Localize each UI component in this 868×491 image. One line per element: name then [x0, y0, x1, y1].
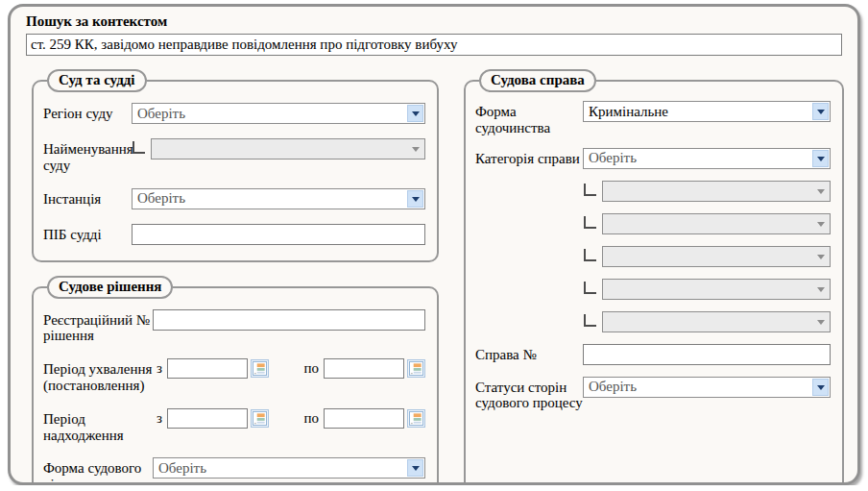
reg-number-label: Реєстраційний № рішення: [43, 309, 153, 345]
child-level-icon: [584, 216, 596, 229]
case-fieldset-legend: Судова справа: [479, 69, 596, 92]
calendar-glyph: [253, 411, 267, 426]
case-category-select-value: Оберіть: [584, 150, 811, 166]
chevron-down-icon: [407, 105, 423, 122]
case-subcategory-row-4: [475, 279, 831, 300]
receipt-to-prefix: по: [300, 410, 321, 427]
right-column: Судова справа Форма судочинства Кримінал…: [464, 63, 844, 485]
case-subcategory-select-2: [602, 213, 831, 234]
instance-label: Інстанція: [43, 188, 132, 208]
party-statuses-select[interactable]: Оберіть: [583, 377, 831, 398]
calendar-icon[interactable]: [251, 359, 269, 378]
judge-row: ПІБ судді: [43, 224, 425, 245]
calendar-icon[interactable]: [407, 409, 425, 428]
proceeding-form-select[interactable]: Кримінальне: [583, 101, 831, 122]
reg-number-input[interactable]: [153, 309, 425, 331]
party-statuses-select-value: Оберіть: [584, 379, 811, 395]
decision-fieldset-legend: Судове рішення: [47, 276, 173, 299]
left-column: Суд та судді Регіон суду Оберіть Наймену…: [32, 63, 439, 485]
case-category-row: Категорія справи Оберіть: [475, 148, 831, 169]
party-statuses-row: Статуси сторін судового процесу Оберіть: [475, 377, 831, 412]
chevron-down-icon: [407, 140, 423, 158]
receipt-period-row: Період надходження з по: [43, 408, 425, 444]
receipt-period-label: Період надходження: [43, 408, 153, 444]
chevron-down-icon: [812, 150, 829, 167]
case-subcategory-select-1: [602, 181, 831, 202]
region-label: Регіон суду: [43, 103, 132, 122]
instance-select[interactable]: Оберіть: [132, 188, 425, 209]
child-level-icon: [584, 249, 596, 261]
case-subcategory-row-1: [475, 181, 831, 202]
chevron-down-icon: [812, 248, 829, 265]
chevron-down-icon: [407, 459, 423, 477]
decision-form-row: Форма судового рішення Оберіть: [43, 457, 425, 485]
child-level-icon: [133, 141, 145, 154]
case-number-label: Справа №: [475, 344, 583, 363]
court-and-judges-fieldset: Суд та судді Регіон суду Оберіть Наймену…: [32, 69, 439, 262]
search-form-window: Пошук за контекстом Суд та судді Регіон …: [8, 4, 860, 485]
court-name-select: [151, 138, 425, 160]
adoption-from-input[interactable]: [167, 358, 248, 379]
instance-select-value: Оберіть: [133, 190, 406, 207]
form-body: Суд та судді Регіон суду Оберіть Наймену…: [11, 58, 857, 485]
instance-row: Інстанція Оберіть: [43, 188, 425, 209]
child-level-icon: [584, 184, 596, 196]
adoption-from-prefix: з: [153, 360, 164, 377]
region-select-value: Оберіть: [133, 106, 406, 122]
calendar-icon[interactable]: [251, 409, 269, 428]
decision-form-select[interactable]: Оберіть: [153, 457, 425, 479]
receipt-from-input[interactable]: [167, 408, 248, 429]
calendar-icon[interactable]: [407, 359, 425, 378]
receipt-from-prefix: з: [153, 410, 164, 427]
court-name-row: Найменування суду: [43, 138, 425, 174]
proceeding-form-select-value: Кримінальне: [584, 104, 811, 120]
case-category-select[interactable]: Оберіть: [583, 148, 831, 169]
case-subcategory-select-3: [602, 246, 831, 267]
proceeding-form-label: Форма судочинства: [475, 101, 583, 136]
calendar-glyph: [253, 361, 267, 376]
region-select[interactable]: Оберіть: [132, 103, 425, 124]
chevron-down-icon: [812, 379, 829, 396]
case-number-row: Справа №: [475, 344, 831, 365]
receipt-to-input[interactable]: [324, 408, 404, 429]
region-row: Регіон суду Оберіть: [43, 103, 425, 124]
adoption-to-prefix: по: [300, 360, 321, 377]
court-name-label: Найменування суду: [43, 138, 132, 174]
chevron-down-icon: [812, 281, 829, 298]
adoption-period-label: Період ухвалення (постановлення): [43, 358, 153, 394]
case-subcategory-select-4: [602, 279, 831, 300]
calendar-glyph: [409, 361, 423, 376]
child-level-icon: [584, 314, 596, 327]
court-decision-fieldset: Судове рішення Реєстраційний № рішення П…: [32, 276, 439, 485]
chevron-down-icon: [812, 183, 829, 200]
chevron-down-icon: [407, 190, 423, 208]
reg-number-row: Реєстраційний № рішення: [43, 309, 425, 345]
calendar-glyph: [409, 411, 423, 426]
adoption-to-input[interactable]: [324, 358, 404, 379]
adoption-period-row: Період ухвалення (постановлення) з по: [43, 358, 425, 394]
context-search-label: Пошук за контекстом: [26, 13, 842, 30]
context-search-section: Пошук за контекстом: [11, 7, 857, 58]
proceeding-form-row: Форма судочинства Кримінальне: [475, 101, 831, 136]
case-subcategory-select-5: [602, 311, 831, 332]
chevron-down-icon: [812, 313, 829, 331]
context-search-input[interactable]: [26, 34, 842, 56]
decision-form-label: Форма судового рішення: [43, 457, 153, 485]
party-statuses-label: Статуси сторін судового процесу: [475, 377, 583, 412]
case-subcategory-row-2: [475, 213, 831, 234]
judge-label: ПІБ судді: [43, 224, 132, 243]
chevron-down-icon: [812, 215, 829, 233]
decision-form-select-value: Оберіть: [154, 460, 406, 477]
chevron-down-icon: [812, 103, 829, 120]
court-case-fieldset: Судова справа Форма судочинства Кримінал…: [464, 69, 844, 485]
court-fieldset-legend: Суд та судді: [47, 69, 147, 92]
child-level-icon: [584, 282, 596, 294]
case-subcategory-row-5: [475, 311, 831, 332]
case-subcategory-row-3: [475, 246, 831, 267]
case-category-label: Категорія справи: [475, 148, 583, 167]
case-number-input[interactable]: [583, 344, 831, 365]
judge-input[interactable]: [132, 224, 425, 245]
